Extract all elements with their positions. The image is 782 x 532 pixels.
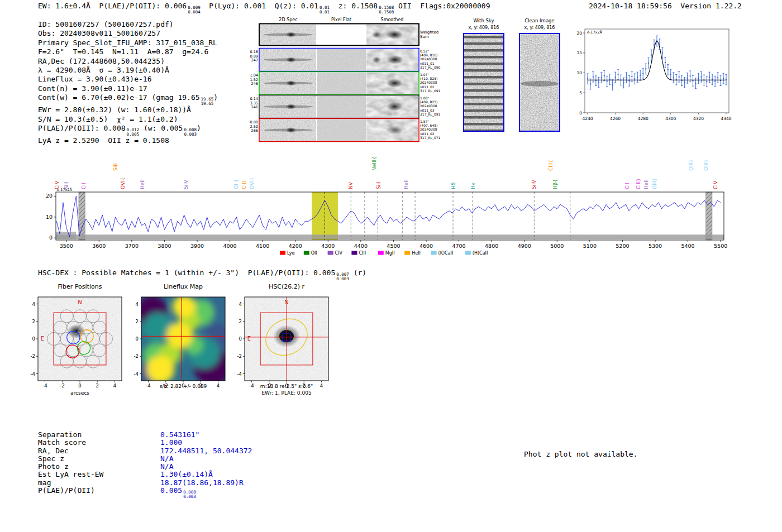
catalog-match-table: Separation0.543161"Match score1.000RA, D… <box>38 431 103 495</box>
legend-swatch <box>328 251 333 255</box>
info-line: F=2.6" T=0.145 N=1.11 A=0.87 g=24.6 <box>38 47 218 56</box>
elixer-report-page: EW: 1.6±0.4Å P(LAE)/P(OII): 0.0060.0090.… <box>0 0 782 532</box>
emission-line-label: CII <box>624 183 630 189</box>
svg-text:4900: 4900 <box>518 243 531 249</box>
text-segment: EW: 1.6±0.4Å P(LAE)/P(OII): <box>38 2 165 10</box>
text-segment: ) <box>213 93 218 102</box>
uncertainty-stack: 0.15080.1508 <box>379 6 394 14</box>
match-table-row: Separation0.543161" <box>38 431 103 439</box>
text-segment: RA,Dec (172.448608,50.044235) <box>38 57 165 65</box>
svg-text:Sum: Sum <box>420 35 429 39</box>
match-row-label: Match score <box>38 438 86 447</box>
uncertainty-stack: 0.0080.003 <box>184 128 197 136</box>
match-row-label: Photo z <box>38 462 69 471</box>
svg-text:247: 247 <box>251 58 258 63</box>
svg-text:5100: 5100 <box>583 243 597 249</box>
svg-text:4500: 4500 <box>387 243 400 249</box>
text-segment: (w: <box>139 124 161 132</box>
svg-text:(409, 816): (409, 816) <box>420 53 437 57</box>
text-segment: λ = 4290.08Å σ = 3.19(±0.40)Å <box>38 66 169 74</box>
uncertainty-stack: 0.0070.003 <box>336 272 349 281</box>
svg-text:OII: OII <box>311 251 317 256</box>
svg-text:20240308: 20240308 <box>420 104 437 108</box>
info-line: Cont(w) = 6.70(±0.02)e-17 (gmag 19.6519.… <box>38 93 218 106</box>
legend-swatch <box>465 251 471 255</box>
svg-text:4: 4 <box>320 383 323 389</box>
emission-line-label: OIII} <box>652 178 657 189</box>
text-segment: Primary Spec_Slot_IFU_AMP: 317_015_038_R… <box>38 39 217 47</box>
svg-text:(407, 648): (407, 648) <box>420 123 437 127</box>
emission-line-label: CII{ <box>241 180 247 189</box>
svg-text:MgII: MgII <box>385 251 395 256</box>
svg-text:m:18.8 re:2.5" s:0.6": m:18.8 re:2.5" s:0.6" <box>260 384 313 389</box>
legend-swatch <box>280 251 285 255</box>
svg-text:4340: 4340 <box>721 116 731 121</box>
errorbar-series <box>586 36 727 90</box>
text-segment: (r) <box>349 269 366 277</box>
text-segment: ID: 5001607257 (5001607257.pdf) <box>38 20 174 28</box>
svg-text:e-17x2Å: e-17x2Å <box>587 30 603 35</box>
text-segment: OII Flags:0x20000009 <box>394 2 490 10</box>
masked-band <box>706 192 712 240</box>
svg-text:-4: -4 <box>249 383 254 389</box>
svg-text:4300: 4300 <box>665 116 676 121</box>
svg-text:0: 0 <box>49 234 53 241</box>
svg-text:20: 20 <box>576 31 582 36</box>
svg-text:EWr: 1. PLAE: 0.005: EWr: 1. PLAE: 0.005 <box>261 390 311 396</box>
text-segment: z: <box>330 2 351 10</box>
svg-text:x, y: 409, 816: x, y: 409, 816 <box>524 25 555 30</box>
svg-text:10: 10 <box>576 70 582 75</box>
svg-text:4400: 4400 <box>354 243 368 249</box>
emission-line-label: Hγ <box>470 182 476 189</box>
svg-text:4300: 4300 <box>321 243 335 249</box>
text-segment: Cont(w) = 6.70(±0.02)e-17 (gmag 19.65 <box>38 93 200 102</box>
svg-text:Clean Image: Clean Image <box>524 18 554 23</box>
svg-text:3800: 3800 <box>158 243 171 249</box>
svg-text:Smoothed: Smoothed <box>381 17 404 22</box>
svg-text:4260: 4260 <box>610 116 621 121</box>
text-segment: P(LAE)/P(OII): <box>38 124 103 132</box>
svg-text:246: 246 <box>251 82 258 86</box>
text-segment: Obs: 20240308v011_5001607257 <box>38 29 160 37</box>
emission-line-label: SiII <box>376 181 382 189</box>
match-table-row: Match score1.000 <box>38 439 103 447</box>
match-row-label: mag <box>38 478 51 487</box>
svg-text:4320: 4320 <box>693 116 704 121</box>
emission-line-label: SiII <box>113 163 118 171</box>
svg-text:3500: 3500 <box>60 243 73 249</box>
svg-text:(K)CaII: (K)CaII <box>438 251 454 256</box>
summary-header: EW: 1.6±0.4Å P(LAE)/P(OII): 0.0060.0090.… <box>38 2 490 14</box>
legend-swatch <box>431 251 437 255</box>
svg-text:1.07": 1.07" <box>420 73 429 76</box>
value-main: 0.005 <box>313 269 335 277</box>
svg-text:15: 15 <box>576 50 582 55</box>
svg-text:10: 10 <box>46 214 53 220</box>
text-segment: P(Lyα): 0.001 Q(z): <box>201 2 301 10</box>
svg-text:20240308: 20240308 <box>420 57 437 61</box>
svg-text:5: 5 <box>579 90 582 95</box>
detection-info-block: ID: 5001607257 (5001607257.pdf)Obs: 2024… <box>38 20 218 145</box>
2d-spectra-cutouts: 2D SpecPixel FlatSmoothedWeightedSum0.16… <box>246 16 447 147</box>
svg-text:4280: 4280 <box>638 116 649 121</box>
svg-text:-2: -2 <box>237 353 242 359</box>
svg-text:20240308: 20240308 <box>420 127 437 131</box>
uncertainty-stack: 0.0120.005 <box>127 128 140 136</box>
svg-text:317_RL_091: 317_RL_091 <box>420 89 441 93</box>
match-table-row: Photo zN/A <box>38 463 103 471</box>
emission-line-label: NV <box>348 181 354 189</box>
spectrum-line <box>56 196 721 237</box>
value-main: 0.008 <box>103 124 125 132</box>
svg-text:2D Spec: 2D Spec <box>279 17 297 22</box>
legend-swatch <box>351 251 357 255</box>
match-row-label: Separation <box>38 430 82 439</box>
svg-text:-4: -4 <box>146 383 150 389</box>
match-row-value: 0.0050.0080.003 <box>160 487 196 499</box>
match-row-value: 1.000 <box>160 439 182 447</box>
info-line: Obs: 20240308v011_5001607257 <box>38 29 218 38</box>
noise-band <box>56 234 724 239</box>
emission-line-label: CIV <box>54 180 60 189</box>
legend-swatch <box>404 251 410 255</box>
svg-text:5500: 5500 <box>714 243 727 249</box>
emission-line-fit-plot: 42404260428043004320434005101520e-17x2Å <box>561 21 754 122</box>
svg-text:4800: 4800 <box>485 243 498 249</box>
